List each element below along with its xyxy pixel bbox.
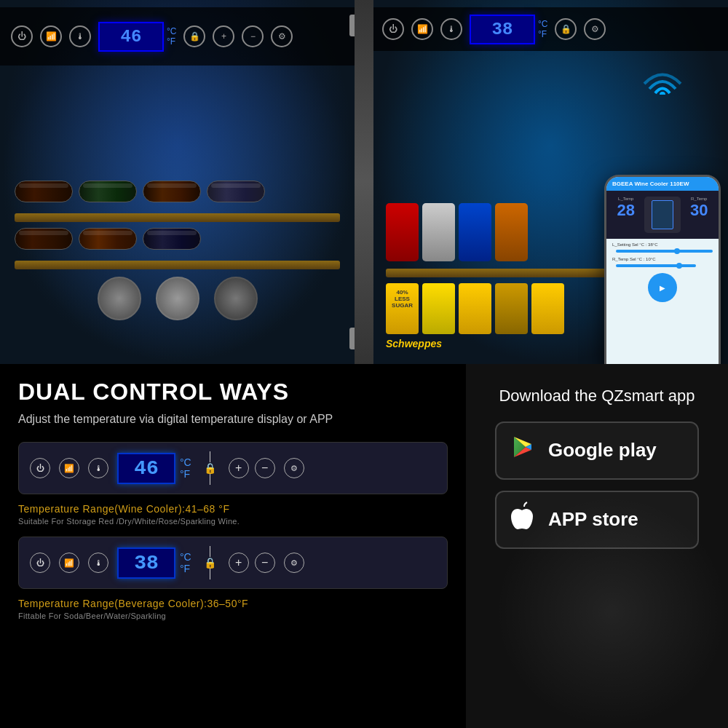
phone-header: BGEEA Wine Cooler 110EW bbox=[606, 177, 719, 191]
temp-icon-right: 🌡 bbox=[440, 18, 462, 40]
thermometer-icon-wine: 🌡 bbox=[88, 458, 108, 478]
phone-mockup: BGEEA Wine Cooler 110EW L_Temp 28 R_Temp bbox=[604, 175, 721, 364]
wine-temp-units: °C °F bbox=[180, 456, 191, 481]
temp-display-right: 38 bbox=[470, 15, 535, 44]
wine-temp-value: 46 bbox=[117, 453, 175, 484]
center-divider bbox=[355, 0, 373, 364]
settings-icon-right: ⚙ bbox=[584, 18, 606, 40]
minus-icon-left: − bbox=[242, 25, 264, 47]
lock-icon-left: 🔒 bbox=[183, 25, 205, 47]
bev-range-text: Temperature Range(Beverage Cooler):36–50… bbox=[18, 598, 448, 609]
wifi-ctrl-icon: 📶 bbox=[40, 25, 62, 47]
phone-temp-display: L_Temp 28 R_Temp 30 bbox=[606, 191, 719, 239]
right-download-panel: Download the QZsmart app bbox=[466, 364, 728, 728]
temp-unit-right: °C °F bbox=[538, 19, 547, 39]
temp-display-left: 46 bbox=[98, 22, 164, 52]
settings-icon-bev: ⚙ bbox=[284, 553, 304, 573]
control-panel-left: ⏻ 📶 🌡 46 °C °F 🔒 + − ⚙ bbox=[0, 7, 355, 66]
wifi-ctrl-icon-right: 📶 bbox=[411, 18, 433, 40]
wine-bottles bbox=[15, 181, 340, 320]
beverage-temp-panel: ⏻ 📶 🌡 38 °C °F 🔒 + − bbox=[18, 537, 448, 589]
phone-controls: L_Setting Sel °C : 38°C R_Temp Sel °C : … bbox=[606, 239, 719, 364]
google-play-button[interactable]: Google play bbox=[495, 422, 699, 480]
top-image-area: ⏻ 📶 🌡 46 °C °F 🔒 + − ⚙ bbox=[0, 0, 728, 364]
power-icon: ⏻ bbox=[11, 25, 33, 47]
cooler-right: ⏻ 📶 🌡 38 °C °F 🔒 ⚙ bbox=[371, 0, 728, 364]
main-description: Adjust the temperature via digital tempe… bbox=[18, 411, 448, 427]
wine-minus-btn[interactable]: − bbox=[255, 458, 275, 478]
bev-plus-btn[interactable]: + bbox=[229, 553, 249, 573]
temp-unit-left: °C °F bbox=[167, 26, 176, 47]
wine-temp-panel: ⏻ 📶 🌡 46 °C °F 🔒 + − bbox=[18, 442, 448, 494]
thermometer-icon-bev: 🌡 bbox=[88, 553, 108, 573]
app-store-label: APP store bbox=[548, 508, 638, 531]
bev-temp-value: 38 bbox=[117, 547, 175, 579]
main-title: DUAL CONTROL WAYS bbox=[18, 379, 448, 405]
bev-minus-btn[interactable]: − bbox=[255, 553, 275, 573]
google-play-label: Google play bbox=[548, 439, 657, 462]
wine-suitable-text: Suitable For Storage Red /Dry/White/Rose… bbox=[18, 517, 448, 526]
wine-range-text: Temperature Range(Wine Cooler):41–68 °F bbox=[18, 503, 448, 515]
power-icon-right: ⏻ bbox=[382, 18, 404, 40]
wine-plus-btn[interactable]: + bbox=[229, 458, 249, 478]
page-container: ⏻ 📶 🌡 46 °C °F 🔒 + − ⚙ bbox=[0, 0, 728, 728]
bev-panel-controls: + − bbox=[229, 553, 275, 573]
power-icon-panel-bev: ⏻ bbox=[30, 553, 50, 573]
lock-icon-right: 🔒 bbox=[555, 18, 577, 40]
plus-icon-left: + bbox=[213, 25, 234, 47]
download-title: Download the QZsmart app bbox=[499, 386, 695, 407]
cooler-left: ⏻ 📶 🌡 46 °C °F 🔒 + − ⚙ bbox=[0, 0, 357, 364]
bev-temp-units: °C °F bbox=[180, 551, 191, 576]
settings-icon-left: ⚙ bbox=[271, 25, 293, 47]
svg-point-0 bbox=[660, 92, 665, 95]
left-info-panel: DUAL CONTROL WAYS Adjust the temperature… bbox=[0, 364, 466, 728]
wine-panel-controls: + − bbox=[229, 458, 275, 478]
google-play-icon bbox=[511, 434, 537, 467]
bottom-section: DUAL CONTROL WAYS Adjust the temperature… bbox=[0, 364, 728, 728]
power-icon-panel-wine: ⏻ bbox=[30, 458, 50, 478]
apple-icon bbox=[511, 502, 537, 537]
wifi-icon-panel-bev: 📶 bbox=[59, 553, 79, 573]
control-panel-right: ⏻ 📶 🌡 38 °C °F 🔒 ⚙ bbox=[371, 7, 728, 51]
app-store-button[interactable]: APP store bbox=[495, 491, 699, 549]
bev-suitable-text: Fittable For Soda/Beer/Water/Sparkling bbox=[18, 612, 448, 620]
wifi-symbol bbox=[641, 58, 684, 101]
temp-icon-left: 🌡 bbox=[69, 25, 91, 47]
settings-icon-wine: ⚙ bbox=[284, 458, 304, 478]
wifi-icon-panel-wine: 📶 bbox=[59, 458, 79, 478]
